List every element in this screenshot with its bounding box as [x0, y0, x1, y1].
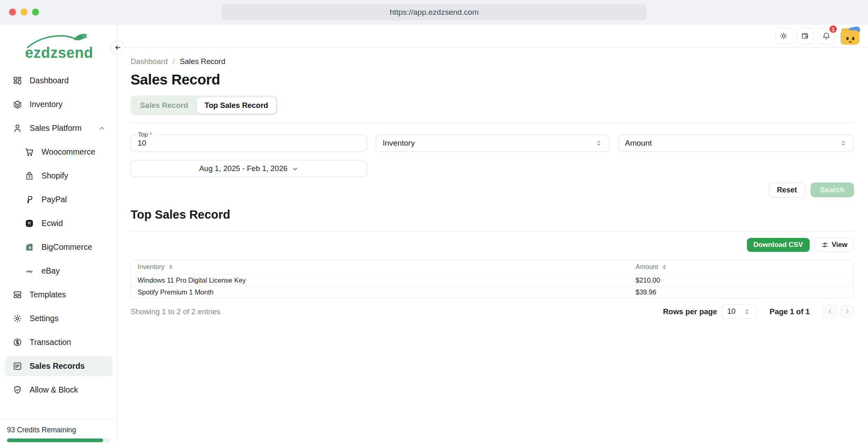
chevron-right-icon: [844, 308, 851, 315]
search-button[interactable]: Search: [811, 183, 854, 197]
sort-icon[interactable]: [661, 264, 667, 270]
records-icon: [12, 361, 23, 372]
rows-per-page-select[interactable]: 10: [722, 304, 756, 319]
avatar-eye: [852, 37, 854, 40]
sidebar-item-sales-records[interactable]: Sales Records: [5, 356, 113, 376]
sidebar-item-settings[interactable]: Settings: [5, 308, 113, 329]
paypal-icon: [24, 194, 34, 205]
bird-swoosh-icon: [22, 31, 96, 62]
user-avatar[interactable]: [840, 27, 859, 45]
sidebar-item-paypal[interactable]: PayPal: [5, 190, 113, 210]
cell-inventory: Spotify Premium 1 Month: [131, 288, 636, 296]
page-body: Dashboard / Sales Record Sales Record Sa…: [118, 48, 868, 319]
date-row: Aug 1, 2025 - Feb 1, 2026: [131, 160, 854, 177]
date-range-button[interactable]: Aug 1, 2025 - Feb 1, 2026: [131, 160, 367, 177]
date-range-value: Aug 1, 2025 - Feb 1, 2026: [199, 164, 287, 173]
window-maximize-button[interactable]: [32, 9, 39, 16]
avatar-mouth: [849, 41, 852, 43]
credits-section: 93 Credits Remaining: [0, 419, 117, 443]
sidebar-item-dashboard[interactable]: Dashboard: [5, 71, 113, 91]
person-icon: [12, 123, 23, 134]
avatar-eye: [846, 37, 849, 40]
filter-actions: Reset Search: [131, 183, 854, 197]
filter-row: Top * 10 Inventory Amount: [131, 135, 854, 152]
table-toolbar: Download CSV View: [131, 238, 854, 252]
sidebar-item-label: eBay: [41, 266, 60, 276]
table-row: Windows 11 Pro Digital License Key$210.0…: [131, 274, 854, 286]
svg-text:S: S: [28, 175, 30, 178]
shield-check-icon: [12, 385, 23, 395]
sidebar-item-templates[interactable]: Templates: [5, 285, 113, 305]
sidebar-item-label: Woocommerce: [41, 147, 95, 157]
window-controls: [9, 9, 39, 16]
page-title: Sales Record: [131, 71, 854, 88]
breadcrumb-dashboard-link[interactable]: Dashboard: [131, 57, 168, 66]
sidebar-item-ebay[interactable]: ebayeBay: [5, 261, 113, 281]
sidebar-item-label: Templates: [30, 290, 66, 299]
top-input-value: 10: [138, 139, 146, 148]
avatar-sparkle: [850, 28, 852, 30]
top-input[interactable]: Top * 10: [131, 135, 367, 152]
section-title: Top Sales Record: [131, 208, 854, 222]
sidebar-item-label: Sales Platform: [30, 123, 82, 133]
tab-top-sales-record[interactable]: Top Sales Record: [197, 97, 276, 114]
notifications-button[interactable]: 1: [818, 27, 835, 44]
view-button[interactable]: View: [815, 238, 854, 252]
inventory-select[interactable]: Inventory: [376, 135, 609, 152]
bell-icon: [822, 32, 831, 40]
theme-toggle-button[interactable]: [775, 27, 792, 44]
previous-page-button[interactable]: [823, 305, 837, 318]
sidebar-item-sales-platform[interactable]: Sales Platform: [5, 118, 113, 138]
templates-icon: [12, 290, 23, 300]
sidebar-item-label: Shopify: [41, 171, 68, 180]
amount-select[interactable]: Amount: [618, 135, 854, 152]
tab-sales-record[interactable]: Sales Record: [132, 97, 196, 114]
sidebar-item-woocommerce[interactable]: Woocommerce: [5, 142, 113, 162]
sidebar-item-allow-block[interactable]: Allow & Block: [5, 380, 113, 400]
divider: [131, 122, 854, 123]
sidebar-item-inventory[interactable]: Inventory: [5, 94, 113, 114]
window-close-button[interactable]: [9, 9, 16, 16]
sidebar-item-transaction[interactable]: Transaction: [5, 332, 113, 352]
page-nav-buttons: [823, 305, 854, 318]
sidebar-collapse-button[interactable]: [111, 41, 125, 55]
window-minimize-button[interactable]: [21, 9, 28, 16]
browser-chrome: https://app.ezdzsend.com: [0, 0, 868, 25]
breadcrumb-separator: /: [173, 57, 175, 66]
sidebar-item-bigcommerce[interactable]: BBigCommerce: [5, 237, 113, 257]
inventory-select-value: Inventory: [383, 139, 415, 148]
url-bar[interactable]: https://app.ezdzsend.com: [222, 4, 647, 21]
sidebar-item-label: Settings: [30, 314, 58, 323]
next-page-button[interactable]: [840, 305, 854, 318]
cell-inventory: Windows 11 Pro Digital License Key: [131, 276, 636, 284]
sidebar-item-label: Inventory: [30, 100, 62, 109]
svg-text:B: B: [28, 245, 31, 250]
sidebar-item-label: Dashboard: [30, 76, 69, 85]
updown-caret-icon: [595, 139, 602, 147]
pagination: Showing 1 to 2 of 2 entries Rows per pag…: [131, 304, 854, 319]
chevron-left-icon: [827, 308, 834, 315]
wallet-icon: [801, 32, 809, 40]
reset-button[interactable]: Reset: [769, 183, 805, 197]
page-info: Page 1 of 1: [769, 307, 810, 316]
table-row: Spotify Premium 1 Month$39.96: [131, 286, 854, 298]
updown-caret-icon: [743, 308, 751, 315]
sort-icon[interactable]: [168, 264, 174, 270]
cart-icon: [24, 147, 34, 158]
pagination-controls: Rows per page 10 Page 1 of 1: [663, 304, 854, 319]
wallet-button[interactable]: [797, 27, 813, 44]
chevron-down-icon: [292, 165, 299, 172]
top-input-label: Top *: [136, 131, 154, 138]
column-header-inventory: Inventory: [131, 263, 636, 271]
sidebar-item-ecwid[interactable]: Ecwid: [5, 213, 113, 233]
gear-icon: [12, 313, 23, 324]
sidebar-item-shopify[interactable]: SShopify: [5, 166, 113, 186]
sidebar-item-label: Sales Records: [30, 361, 85, 371]
svg-text:ebay: ebay: [26, 270, 33, 273]
layers-icon: [12, 99, 23, 110]
tab-group: Sales RecordTop Sales Record: [131, 96, 278, 115]
sun-icon: [779, 32, 788, 40]
download-csv-button[interactable]: Download CSV: [747, 238, 810, 252]
column-header-amount: Amount: [636, 263, 854, 271]
app-logo[interactable]: ezdzsend: [22, 31, 96, 62]
